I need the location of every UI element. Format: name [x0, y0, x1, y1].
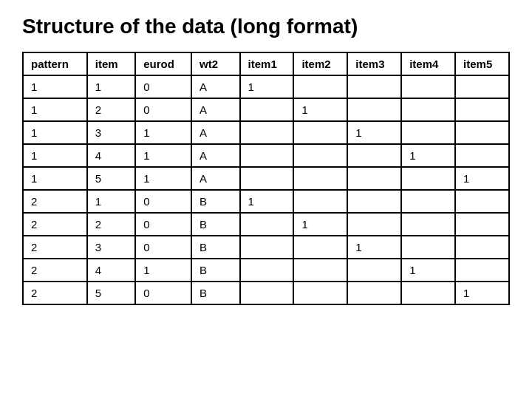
col-header-eurod: eurod — [135, 52, 191, 75]
cell-r6-c5: 1 — [293, 213, 347, 236]
cell-r4-c5 — [293, 167, 347, 190]
cell-r0-c3: A — [191, 75, 240, 98]
cell-r3-c8 — [455, 144, 509, 167]
cell-r4-c2: 1 — [135, 167, 191, 190]
cell-r5-c7 — [401, 190, 455, 213]
page-title: Structure of the data (long format) — [22, 15, 510, 38]
table-row: 210B1 — [23, 190, 509, 213]
cell-r7-c5 — [293, 236, 347, 259]
table-row: 241B1 — [23, 259, 509, 282]
cell-r9-c4 — [240, 282, 294, 304]
cell-r9-c3: B — [191, 282, 240, 304]
cell-r6-c6 — [347, 213, 401, 236]
table-row: 220B1 — [23, 213, 509, 236]
table-row: 141A1 — [23, 144, 509, 167]
cell-r4-c7 — [401, 167, 455, 190]
cell-r9-c2: 0 — [135, 282, 191, 304]
table-row: 120A1 — [23, 98, 509, 121]
cell-r8-c4 — [240, 259, 294, 282]
col-header-wt2: wt2 — [191, 52, 240, 75]
col-header-item1: item1 — [240, 52, 294, 75]
cell-r9-c5 — [293, 282, 347, 304]
cell-r3-c0: 1 — [23, 144, 87, 167]
cell-r2-c8 — [455, 121, 509, 144]
cell-r3-c1: 4 — [87, 144, 136, 167]
cell-r4-c6 — [347, 167, 401, 190]
cell-r8-c1: 4 — [87, 259, 136, 282]
cell-r8-c6 — [347, 259, 401, 282]
cell-r7-c0: 2 — [23, 236, 87, 259]
cell-r5-c6 — [347, 190, 401, 213]
cell-r0-c6 — [347, 75, 401, 98]
cell-r3-c4 — [240, 144, 294, 167]
cell-r7-c6: 1 — [347, 236, 401, 259]
col-header-item2: item2 — [293, 52, 347, 75]
cell-r6-c0: 2 — [23, 213, 87, 236]
col-header-item4: item4 — [401, 52, 455, 75]
col-header-item: item — [87, 52, 136, 75]
col-header-pattern: pattern — [23, 52, 87, 75]
cell-r3-c3: A — [191, 144, 240, 167]
cell-r9-c0: 2 — [23, 282, 87, 304]
cell-r2-c6: 1 — [347, 121, 401, 144]
cell-r3-c2: 1 — [135, 144, 191, 167]
cell-r7-c7 — [401, 236, 455, 259]
cell-r8-c7: 1 — [401, 259, 455, 282]
cell-r6-c8 — [455, 213, 509, 236]
cell-r7-c1: 3 — [87, 236, 136, 259]
cell-r5-c2: 0 — [135, 190, 191, 213]
cell-r7-c8 — [455, 236, 509, 259]
cell-r1-c2: 0 — [135, 98, 191, 121]
cell-r4-c3: A — [191, 167, 240, 190]
data-table: patternitemeurodwt2item1item2item3item4i… — [22, 52, 510, 305]
cell-r7-c4 — [240, 236, 294, 259]
cell-r1-c7 — [401, 98, 455, 121]
cell-r1-c3: A — [191, 98, 240, 121]
cell-r8-c2: 1 — [135, 259, 191, 282]
cell-r4-c0: 1 — [23, 167, 87, 190]
cell-r3-c5 — [293, 144, 347, 167]
cell-r2-c0: 1 — [23, 121, 87, 144]
cell-r1-c5: 1 — [293, 98, 347, 121]
cell-r6-c2: 0 — [135, 213, 191, 236]
cell-r1-c1: 2 — [87, 98, 136, 121]
cell-r3-c6 — [347, 144, 401, 167]
cell-r0-c8 — [455, 75, 509, 98]
cell-r2-c5 — [293, 121, 347, 144]
cell-r9-c1: 5 — [87, 282, 136, 304]
cell-r5-c0: 2 — [23, 190, 87, 213]
cell-r6-c1: 2 — [87, 213, 136, 236]
cell-r7-c2: 0 — [135, 236, 191, 259]
cell-r8-c5 — [293, 259, 347, 282]
cell-r2-c4 — [240, 121, 294, 144]
col-header-item5: item5 — [455, 52, 509, 75]
table-row: 230B1 — [23, 236, 509, 259]
cell-r0-c7 — [401, 75, 455, 98]
cell-r6-c7 — [401, 213, 455, 236]
cell-r2-c1: 3 — [87, 121, 136, 144]
cell-r9-c6 — [347, 282, 401, 304]
table-row: 250B1 — [23, 282, 509, 304]
cell-r6-c3: B — [191, 213, 240, 236]
cell-r1-c8 — [455, 98, 509, 121]
cell-r5-c1: 1 — [87, 190, 136, 213]
cell-r1-c4 — [240, 98, 294, 121]
cell-r0-c0: 1 — [23, 75, 87, 98]
cell-r0-c4: 1 — [240, 75, 294, 98]
table-row: 131A1 — [23, 121, 509, 144]
table-row: 110A1 — [23, 75, 509, 98]
cell-r5-c5 — [293, 190, 347, 213]
table-row: 151A1 — [23, 167, 509, 190]
cell-r8-c3: B — [191, 259, 240, 282]
cell-r2-c7 — [401, 121, 455, 144]
cell-r9-c7 — [401, 282, 455, 304]
cell-r0-c5 — [293, 75, 347, 98]
cell-r1-c6 — [347, 98, 401, 121]
cell-r6-c4 — [240, 213, 294, 236]
cell-r2-c3: A — [191, 121, 240, 144]
cell-r7-c3: B — [191, 236, 240, 259]
cell-r0-c1: 1 — [87, 75, 136, 98]
cell-r2-c2: 1 — [135, 121, 191, 144]
cell-r3-c7: 1 — [401, 144, 455, 167]
col-header-item3: item3 — [347, 52, 401, 75]
